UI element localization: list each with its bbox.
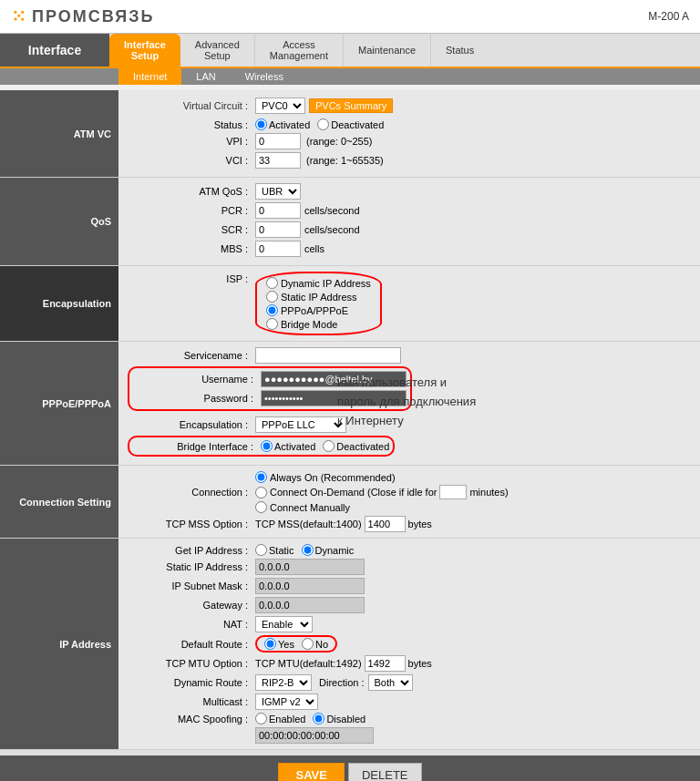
get-ip-row: Get IP Address : Static Dynamic	[128, 544, 691, 556]
get-ip-static-radio[interactable]	[255, 544, 267, 556]
encapsulation-content: ISP : Dynamic IP Address Static IP Addre…	[118, 266, 700, 341]
isp-pppoe-radio[interactable]	[266, 304, 278, 316]
save-button[interactable]: SAVE	[278, 763, 344, 781]
get-ip-dynamic-radio[interactable]	[302, 544, 314, 556]
status-activated-label[interactable]: Activated	[255, 118, 310, 130]
logo: ⁙ ПРОМСВЯЗЬ	[11, 5, 154, 27]
default-route-label: Default Route :	[128, 639, 255, 650]
multicast-label: Multicast :	[128, 696, 255, 707]
gateway-input[interactable]	[255, 597, 365, 613]
pppoe-label: PPPoE/PPPoA	[0, 342, 118, 465]
qos-section: QoS ATM QoS : UBR PCR : cells/second SCR…	[0, 178, 700, 265]
direction-select[interactable]: Both	[368, 674, 413, 691]
conn-always-on-radio[interactable]	[255, 471, 267, 483]
tab-status[interactable]: Status	[431, 34, 489, 67]
scr-input[interactable]	[255, 221, 301, 238]
encapsulation-field-label: Encapsulation :	[128, 419, 255, 430]
model-name: M-200 A	[648, 10, 689, 23]
default-route-no-radio[interactable]	[302, 638, 314, 650]
encapsulation-select[interactable]: PPPoE LLC	[255, 416, 346, 433]
tcp-mss-input[interactable]	[365, 516, 406, 532]
mac-disabled-radio[interactable]	[313, 713, 324, 724]
logo-text: ПРОМСВЯЗЬ	[32, 7, 154, 26]
tab-advanced-setup[interactable]: Advanced Setup	[180, 34, 255, 67]
vci-input[interactable]	[255, 152, 301, 169]
static-ip-input[interactable]	[255, 559, 365, 575]
default-route-row: Default Route : Yes No	[128, 635, 691, 653]
bottom-bar: SAVE DELETE	[0, 755, 700, 781]
conn-manually-radio[interactable]	[255, 501, 267, 513]
nat-label: NAT :	[128, 619, 255, 630]
status-label: Status :	[128, 119, 255, 130]
static-ip-row: Static IP Address :	[128, 559, 691, 575]
bridge-deactivated-radio[interactable]	[323, 440, 335, 452]
isp-options-encircle: Dynamic IP Address Static IP Address PPP…	[255, 272, 382, 335]
delete-button[interactable]: DELETE	[348, 763, 422, 781]
atm-qos-label: ATM QoS :	[128, 186, 255, 197]
password-label: Password :	[133, 393, 261, 404]
isp-bridge-radio[interactable]	[266, 318, 278, 330]
servicename-input[interactable]	[255, 347, 401, 364]
mac-address-input[interactable]	[255, 727, 374, 744]
sub-tab-internet[interactable]: Internet	[118, 68, 181, 85]
isp-static-radio[interactable]	[266, 291, 278, 303]
sub-tab-lan[interactable]: LAN	[181, 68, 230, 85]
nat-select[interactable]: EnableDisable	[255, 616, 313, 632]
bridge-interface-row: Bridge Interface : Activated Deactivated	[133, 440, 389, 452]
nav-tabs: Interface Setup Advanced Setup Access Ma…	[109, 34, 700, 67]
mbs-input[interactable]	[255, 241, 301, 257]
virtual-circuit-row: Virtual Circuit : PVC0 PVCs Summary	[128, 96, 691, 116]
tab-maintenance[interactable]: Maintenance	[344, 34, 431, 67]
tab-access-management[interactable]: Access Management	[255, 34, 344, 67]
servicename-row: Servicename :	[128, 347, 691, 364]
conn-idle-input[interactable]	[439, 485, 467, 499]
mbs-row: MBS : cells	[128, 241, 691, 257]
tcp-mtu-row: TCP MTU Option : TCP MTU(default:1492) b…	[128, 655, 691, 672]
status-deactivated-label[interactable]: Deactivated	[317, 118, 384, 130]
virtual-circuit-select[interactable]: PVC0	[255, 98, 305, 114]
tcp-mss-label: TCP MSS Option :	[128, 519, 255, 529]
pcr-row: PCR : cells/second	[128, 202, 691, 219]
conn-on-demand-radio[interactable]	[255, 487, 267, 498]
status-activated-radio[interactable]	[255, 118, 267, 130]
default-route-yes-radio[interactable]	[264, 638, 276, 650]
multicast-select[interactable]: IGMP v2	[255, 694, 318, 710]
connection-row: Connection : Always On (Recommended) Con…	[128, 471, 691, 513]
default-route-encircle: Yes No	[255, 635, 337, 653]
sub-tab-wireless[interactable]: Wireless	[231, 68, 298, 85]
qos-label: QoS	[0, 178, 118, 265]
pcr-label: PCR :	[128, 205, 255, 216]
pvcs-summary-button[interactable]: PVCs Summary	[309, 98, 393, 113]
status-deactivated-radio[interactable]	[317, 118, 329, 130]
connection-options: Always On (Recommended) Connect On-Deman…	[255, 471, 509, 513]
mac-enabled-radio[interactable]	[255, 713, 267, 724]
tab-interface-setup[interactable]: Interface Setup	[109, 34, 180, 67]
connection-label: Connection Setting	[0, 466, 118, 538]
tcp-mtu-input[interactable]	[365, 655, 406, 672]
ip-address-content: Get IP Address : Static Dynamic Static I…	[118, 539, 700, 749]
isp-dynamic-radio[interactable]	[266, 277, 278, 289]
subnet-mask-input[interactable]	[255, 578, 365, 594]
bridge-activated-radio[interactable]	[261, 440, 273, 452]
scr-label: SCR :	[128, 224, 255, 235]
pcr-input[interactable]	[255, 202, 301, 219]
subnet-mask-row: IP Subnet Mask :	[128, 578, 691, 594]
mac-spoofing-label: MAC Spoofing :	[128, 714, 255, 724]
mbs-unit: cells	[304, 243, 324, 254]
dynamic-route-select[interactable]: RIP2-B	[255, 674, 312, 691]
tcp-mtu-label: TCP MTU Option :	[128, 658, 255, 669]
gateway-row: Gateway :	[128, 597, 691, 613]
sub-nav: Internet LAN Wireless	[0, 68, 700, 85]
atm-vc-label: ATM VC	[0, 90, 118, 177]
isp-static: Static IP Address	[266, 291, 371, 303]
vpi-label: VPI :	[128, 136, 255, 147]
atm-vc-content: Virtual Circuit : PVC0 PVCs Summary Stat…	[118, 90, 700, 177]
atm-qos-select[interactable]: UBR	[255, 183, 301, 200]
gateway-label: Gateway :	[128, 600, 255, 611]
ip-address-section: IP Address Get IP Address : Static Dynam…	[0, 539, 700, 749]
mbs-label: MBS :	[128, 243, 255, 254]
isp-dynamic: Dynamic IP Address	[266, 277, 371, 289]
static-ip-label: Static IP Address :	[128, 561, 255, 572]
vpi-input[interactable]	[255, 133, 301, 149]
servicename-label: Servicename :	[128, 350, 255, 361]
